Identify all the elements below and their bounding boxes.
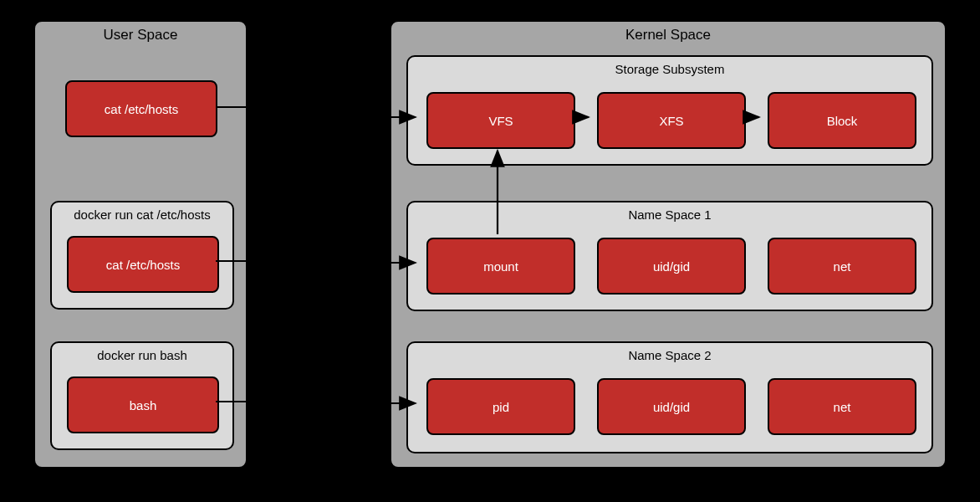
ns2-net-box: net <box>768 378 916 435</box>
pid-box: pid <box>426 378 575 435</box>
user-space-title: User Space <box>35 22 246 44</box>
kernel-space-panel: Kernel Space Storage Subsystem VFS XFS B… <box>390 20 947 469</box>
ns2-uidgid-label: uid/gid <box>653 400 690 414</box>
namespace2-panel: Name Space 2 pid uid/gid net <box>406 341 933 453</box>
ns2-title: Name Space 2 <box>408 343 932 362</box>
vfs-label: VFS <box>488 114 513 128</box>
ns1-title: Name Space 1 <box>408 202 932 222</box>
user-space-panel: User Space cat /etc/hosts docker run cat… <box>33 20 248 469</box>
block-box: Block <box>768 92 916 149</box>
namespace1-panel: Name Space 1 mount uid/gid net <box>406 201 933 311</box>
ns1-uidgid-box: uid/gid <box>597 238 746 295</box>
docker-bash-box: bash <box>67 376 219 433</box>
docker-cat-label: cat /etc/hosts <box>106 258 180 272</box>
storage-subsystem-panel: Storage Subsystem VFS XFS Block <box>406 55 933 166</box>
kernel-space-title: Kernel Space <box>391 22 945 44</box>
xfs-label: XFS <box>659 114 683 128</box>
docker-bash-panel: docker run bash bash <box>50 341 234 450</box>
pid-label: pid <box>493 400 509 414</box>
docker-cat-box: cat /etc/hosts <box>67 236 219 293</box>
docker-cat-panel: docker run cat /etc/hosts cat /etc/hosts <box>50 201 234 310</box>
ns1-net-box: net <box>768 238 916 295</box>
ns2-net-label: net <box>834 400 851 414</box>
mount-box: mount <box>426 238 575 295</box>
vfs-box: VFS <box>426 92 575 149</box>
ns1-net-label: net <box>834 259 851 274</box>
cat-hosts-label: cat /etc/hosts <box>105 102 178 116</box>
xfs-box: XFS <box>597 92 746 149</box>
docker-bash-title: docker run bash <box>52 343 232 362</box>
mount-label: mount <box>483 259 518 274</box>
ns1-uidgid-label: uid/gid <box>653 259 690 274</box>
ns2-uidgid-box: uid/gid <box>597 378 746 435</box>
cat-hosts-box: cat /etc/hosts <box>65 80 217 137</box>
docker-bash-label: bash <box>130 398 157 412</box>
docker-cat-title: docker run cat /etc/hosts <box>52 202 232 222</box>
storage-title: Storage Subsystem <box>408 57 932 76</box>
block-label: Block <box>827 114 858 128</box>
